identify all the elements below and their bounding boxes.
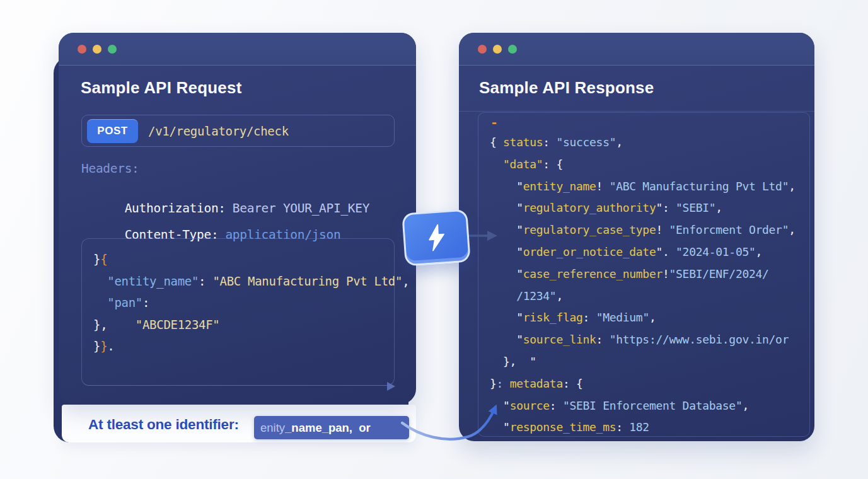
code-line: "order_or_notice_date". "2024-01-05", — [490, 241, 809, 263]
code-line: /1234", — [490, 286, 809, 308]
code-line: }: metadata: { — [490, 373, 809, 395]
code-line: }, " — [490, 351, 809, 373]
code-line: "source_link: "https://www.sebi.gov.in/o… — [490, 329, 809, 351]
code-line: "regulatory_case_type! "Enforcment Order… — [490, 219, 809, 241]
chip-bold-text: _name_pan, — [285, 421, 352, 435]
request-titlebar — [59, 33, 416, 66]
maximize-dot-icon[interactable] — [108, 45, 117, 54]
divider — [459, 111, 814, 112]
code-line: "entity_name! "ABC Manufacturing Pvt Ltd… — [490, 176, 809, 198]
minimize-dot-icon[interactable] — [493, 45, 502, 54]
code-line: "response_time_ms: 182 — [490, 417, 809, 439]
lightning-bolt-icon — [425, 223, 448, 252]
maximize-dot-icon[interactable] — [508, 45, 517, 54]
close-dot-icon[interactable] — [78, 45, 86, 54]
code-line: "risk_flag: "Medium", — [490, 307, 809, 329]
response-title: Sample API Response — [479, 78, 654, 98]
code-line: "data": { — [490, 154, 809, 176]
chip-muted-text: enity — [260, 421, 285, 435]
code-line: "regulatory_authority": "SEBI", — [490, 197, 809, 219]
request-body-box: }{ "entity_name": "ABC Manufacturing Pvt… — [81, 238, 395, 386]
endpoint-path: /v1/regulatory/check — [148, 124, 289, 138]
lightning-tile — [402, 209, 471, 266]
dash-mark: - — [490, 115, 498, 130]
identifier-note-label: At tleast one identifier: — [88, 417, 239, 433]
code-line: }{ — [93, 248, 383, 270]
headers-label: Headers: — [81, 161, 139, 176]
response-titlebar — [459, 33, 814, 66]
post-method-badge[interactable]: POST — [87, 119, 138, 143]
code-line: }, "ABCDE1234F" — [93, 314, 383, 336]
identifier-chip[interactable]: enity_name_pan, or — [254, 416, 409, 439]
close-dot-icon[interactable] — [478, 45, 487, 54]
chip-suffix-text: or — [352, 421, 371, 435]
request-window: Sample API Request POST /v1/regulatory/c… — [59, 33, 416, 404]
code-line: "source: "SEBI Enforcement Database", — [490, 395, 809, 417]
response-body-box: - { status: "success", "data": { "entity… — [478, 112, 810, 437]
code-line: { status: "success", — [490, 132, 809, 154]
response-window: Sample API Response - { status: "success… — [459, 33, 814, 441]
endpoint-box: POST /v1/regulatory/check — [81, 115, 395, 147]
request-title: Sample API Request — [81, 78, 242, 98]
code-line: }}. — [93, 335, 383, 357]
code-line: "case_reference_number!"SEBI/ENF/2024/ — [490, 263, 809, 286]
minimize-dot-icon[interactable] — [93, 45, 101, 54]
api-flow-figure: Sample API Request POST /v1/regulatory/c… — [0, 0, 868, 479]
code-line: "pan": — [93, 292, 383, 314]
code-line: "entity_name": "ABC Manufacturing Pvt Lt… — [93, 270, 383, 292]
